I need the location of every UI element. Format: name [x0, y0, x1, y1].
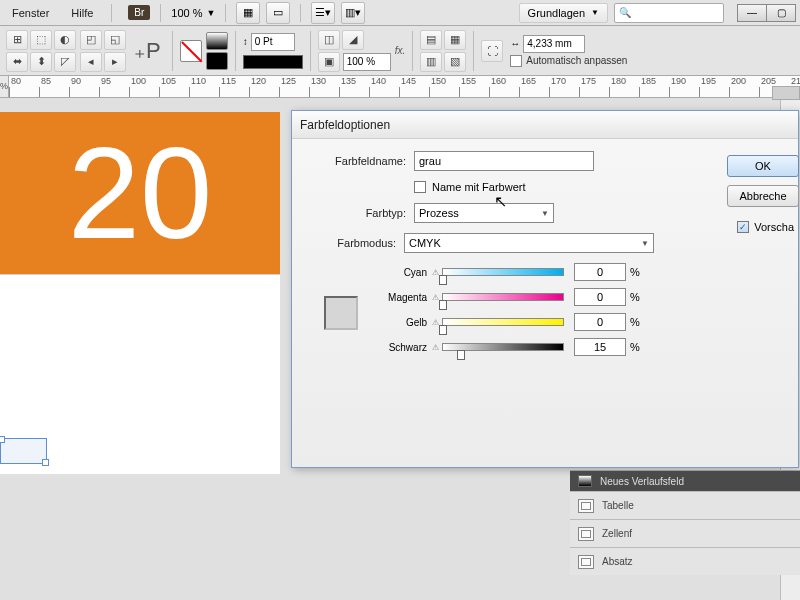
prev-object-icon[interactable]: ◂	[80, 52, 102, 72]
ruler-tick: 100	[129, 87, 159, 97]
view-arrange-icon[interactable]: ▦	[236, 2, 260, 24]
magenta-slider[interactable]	[442, 293, 564, 301]
search-input[interactable]: 🔍	[614, 3, 724, 23]
swatch-preview	[324, 296, 358, 330]
swatch-options-dialog: Farbfeldoptionen Farbfeldname: Name mit …	[291, 110, 799, 468]
workspace-dropdown[interactable]: Grundlagen▼	[519, 3, 608, 23]
preview-checkbox[interactable]: ✓	[737, 221, 749, 233]
color-type-dropdown[interactable]: Prozess▼	[414, 203, 554, 223]
window-maximize-icon[interactable]: ▢	[766, 4, 796, 22]
zoom-dropdown[interactable]: 100 %▼	[171, 7, 215, 19]
ruler-tick: 160	[489, 87, 519, 97]
text-wrap-jump-icon[interactable]: ▥	[420, 52, 442, 72]
ruler-tick: 200	[729, 87, 759, 97]
stroke-weight-input[interactable]: 0 Pt	[251, 33, 295, 51]
paragraph-styles-icon	[578, 555, 594, 569]
text-wrap-none-icon[interactable]: ▤	[420, 30, 442, 50]
panel-row-zellen[interactable]: Zellenf	[570, 519, 800, 547]
swatch-name-input[interactable]	[414, 151, 594, 171]
ruler-tick: 125	[279, 87, 309, 97]
warning-icon: ⚠	[432, 293, 439, 302]
headline-text: 20	[68, 128, 213, 258]
ruler-tick: 140	[369, 87, 399, 97]
ruler-tick: 175	[579, 87, 609, 97]
control-toolbar: ⊞ ⬚ ◐ ⬌ ⬍ ◸ ◰ ◱ ◂ ▸ ₊P ↕ 0 Pt	[0, 26, 800, 76]
reference-point-icon[interactable]: ⊞	[6, 30, 28, 50]
menu-fenster[interactable]: Fenster	[4, 5, 57, 21]
ruler-tick: 105	[159, 87, 189, 97]
warning-icon: ⚠	[432, 343, 439, 352]
fill-swatch[interactable]	[180, 40, 202, 62]
transform-icon[interactable]: ⬚	[30, 30, 52, 50]
frame-fit-icon[interactable]: ⛶	[481, 40, 503, 62]
dialog-title[interactable]: Farbfeldoptionen	[292, 111, 798, 139]
autofit-checkbox[interactable]	[510, 55, 522, 67]
black-slider[interactable]	[442, 343, 564, 351]
ruler-tick: 120	[249, 87, 279, 97]
ruler-tick: 95	[99, 87, 129, 97]
cancel-button[interactable]: Abbreche	[727, 185, 799, 207]
ruler-tick: 145	[399, 87, 429, 97]
color-mode-label: Farbmodus:	[304, 237, 404, 249]
yellow-input[interactable]	[574, 313, 626, 331]
ok-button[interactable]: OK	[727, 155, 799, 177]
table-icon	[578, 499, 594, 513]
screen-mode-icon[interactable]: ▭	[266, 2, 290, 24]
warning-icon: ⚠	[432, 268, 439, 277]
bridge-badge[interactable]: Br	[128, 5, 150, 20]
yellow-label: Gelb	[378, 317, 432, 328]
cyan-slider[interactable]	[442, 268, 564, 276]
opacity-icon[interactable]: ◫	[318, 30, 340, 50]
cell-styles-icon	[578, 527, 594, 541]
select-container-icon[interactable]: ◰	[80, 30, 102, 50]
panel-row-tabelle[interactable]: Tabelle	[570, 491, 800, 519]
effects-icon[interactable]: fx.	[395, 45, 406, 56]
magenta-input[interactable]	[574, 288, 626, 306]
black-input[interactable]	[574, 338, 626, 356]
flip-v-icon[interactable]: ⬍	[30, 52, 52, 72]
arrange-docs-icon[interactable]: ▥▾	[341, 2, 365, 24]
color-mode-dropdown[interactable]: CMYK▼	[404, 233, 654, 253]
shear-icon[interactable]: ◸	[54, 52, 76, 72]
next-object-icon[interactable]: ▸	[104, 52, 126, 72]
ruler-tick: 135	[339, 87, 369, 97]
stroke-style-dropdown[interactable]	[243, 55, 303, 69]
effects-target-icon[interactable]: ▣	[318, 52, 340, 72]
select-content-icon[interactable]: ◱	[104, 30, 126, 50]
color-type-label: Farbtyp:	[304, 207, 414, 219]
ruler-tick: 155	[459, 87, 489, 97]
ruler-tick: 85	[39, 87, 69, 97]
orange-frame[interactable]: 20	[0, 112, 280, 274]
yellow-slider[interactable]	[442, 318, 564, 326]
ruler-unit[interactable]: %	[0, 76, 9, 97]
window-minimize-icon[interactable]: —	[737, 4, 767, 22]
text-wrap-jump2-icon[interactable]: ▧	[444, 52, 466, 72]
text-wrap-around-icon[interactable]: ▦	[444, 30, 466, 50]
ruler-tick: 150	[429, 87, 459, 97]
name-with-value-checkbox[interactable]	[414, 181, 426, 193]
stroke-swatch[interactable]	[206, 32, 228, 50]
flip-h-icon[interactable]: ⬌	[6, 52, 28, 72]
ruler-tick: 190	[669, 87, 699, 97]
search-icon: 🔍	[619, 7, 631, 18]
view-options-icon[interactable]: ☰▾	[311, 2, 335, 24]
preview-label: Vorscha	[754, 221, 794, 233]
paragraph-icon[interactable]: ₊P	[134, 38, 161, 64]
selected-rectangle[interactable]	[0, 438, 47, 464]
panel-row-absatz[interactable]: Absatz	[570, 547, 800, 575]
rotate-icon[interactable]: ◐	[54, 30, 76, 50]
ruler-tick: 110	[189, 87, 219, 97]
opacity-input[interactable]: 100 %	[343, 53, 391, 71]
cyan-input[interactable]	[574, 263, 626, 281]
panel-row-gradient[interactable]: Neues Verlaufsfeld	[570, 471, 800, 491]
horizontal-ruler: % 80859095100105110115120125130135140145…	[0, 76, 800, 98]
stroke-solid-swatch[interactable]	[206, 52, 228, 70]
panel-stack: Neues Verlaufsfeld Tabelle Zellenf Absat…	[570, 470, 800, 575]
menu-hilfe[interactable]: Hilfe	[63, 5, 101, 21]
menu-bar: Fenster Hilfe Br 100 %▼ ▦ ▭ ☰▾ ▥▾ Grundl…	[0, 0, 800, 26]
width-input[interactable]: 4,233 mm	[523, 35, 585, 53]
collapsed-panel-tab[interactable]	[772, 86, 800, 100]
gradient-angle-icon[interactable]: ◢	[342, 30, 364, 50]
name-with-value-label: Name mit Farbwert	[432, 181, 526, 193]
warning-icon: ⚠	[432, 318, 439, 327]
